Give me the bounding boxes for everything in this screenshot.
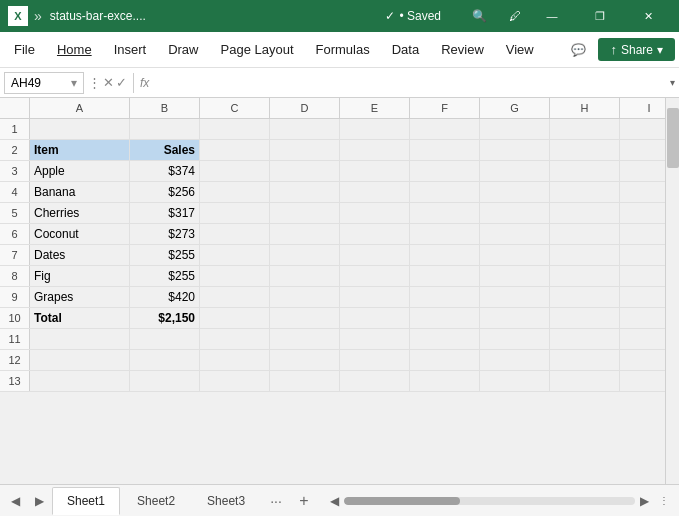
cell-g10[interactable] bbox=[480, 308, 550, 328]
cell-e9[interactable] bbox=[340, 287, 410, 307]
cell-f10[interactable] bbox=[410, 308, 480, 328]
cell-b10[interactable]: $2,150 bbox=[130, 308, 200, 328]
confirm-icon[interactable]: ✓ bbox=[116, 75, 127, 90]
menu-review[interactable]: Review bbox=[431, 38, 494, 61]
cell-h13[interactable] bbox=[550, 371, 620, 391]
cell-b8[interactable]: $255 bbox=[130, 266, 200, 286]
cell-f11[interactable] bbox=[410, 329, 480, 349]
col-header-h[interactable]: H bbox=[550, 98, 620, 118]
col-header-d[interactable]: D bbox=[270, 98, 340, 118]
cell-a2[interactable]: Item bbox=[30, 140, 130, 160]
h-scrollbar-thumb[interactable] bbox=[344, 497, 460, 505]
h-scroll-right[interactable]: ▶ bbox=[635, 490, 653, 512]
cell-c1[interactable] bbox=[200, 119, 270, 139]
menu-home[interactable]: Home bbox=[47, 38, 102, 61]
cell-a6[interactable]: Coconut bbox=[30, 224, 130, 244]
cell-d6[interactable] bbox=[270, 224, 340, 244]
cell-h11[interactable] bbox=[550, 329, 620, 349]
comment-icon[interactable]: 💬 bbox=[562, 36, 594, 64]
cell-f4[interactable] bbox=[410, 182, 480, 202]
cell-g7[interactable] bbox=[480, 245, 550, 265]
cell-e13[interactable] bbox=[340, 371, 410, 391]
cell-d3[interactable] bbox=[270, 161, 340, 181]
cell-g4[interactable] bbox=[480, 182, 550, 202]
cell-g6[interactable] bbox=[480, 224, 550, 244]
cell-c7[interactable] bbox=[200, 245, 270, 265]
cell-f3[interactable] bbox=[410, 161, 480, 181]
cell-e12[interactable] bbox=[340, 350, 410, 370]
cell-a1[interactable] bbox=[30, 119, 130, 139]
cell-d12[interactable] bbox=[270, 350, 340, 370]
formula-input[interactable] bbox=[153, 76, 666, 90]
cell-g5[interactable] bbox=[480, 203, 550, 223]
cell-e10[interactable] bbox=[340, 308, 410, 328]
col-header-e[interactable]: E bbox=[340, 98, 410, 118]
cell-e4[interactable] bbox=[340, 182, 410, 202]
sheet-tab-sheet3[interactable]: Sheet3 bbox=[192, 487, 260, 515]
cell-b11[interactable] bbox=[130, 329, 200, 349]
col-header-a[interactable]: A bbox=[30, 98, 130, 118]
cell-h3[interactable] bbox=[550, 161, 620, 181]
cell-f9[interactable] bbox=[410, 287, 480, 307]
cell-c4[interactable] bbox=[200, 182, 270, 202]
minimize-button[interactable]: — bbox=[529, 0, 575, 32]
horizontal-scrollbar[interactable] bbox=[344, 497, 635, 505]
h-scroll-left[interactable]: ◀ bbox=[326, 490, 344, 512]
menu-pagelayout[interactable]: Page Layout bbox=[211, 38, 304, 61]
cell-g1[interactable] bbox=[480, 119, 550, 139]
cell-h4[interactable] bbox=[550, 182, 620, 202]
cell-g2[interactable] bbox=[480, 140, 550, 160]
cell-e5[interactable] bbox=[340, 203, 410, 223]
cell-d9[interactable] bbox=[270, 287, 340, 307]
menu-data[interactable]: Data bbox=[382, 38, 429, 61]
cell-a8[interactable]: Fig bbox=[30, 266, 130, 286]
cell-g3[interactable] bbox=[480, 161, 550, 181]
cell-e6[interactable] bbox=[340, 224, 410, 244]
cell-d7[interactable] bbox=[270, 245, 340, 265]
share-button[interactable]: ↑ Share ▾ bbox=[598, 38, 675, 61]
cell-f6[interactable] bbox=[410, 224, 480, 244]
restore-button[interactable]: ❐ bbox=[577, 0, 623, 32]
cell-c2[interactable] bbox=[200, 140, 270, 160]
cell-h8[interactable] bbox=[550, 266, 620, 286]
cell-b5[interactable]: $317 bbox=[130, 203, 200, 223]
cell-g12[interactable] bbox=[480, 350, 550, 370]
cell-f5[interactable] bbox=[410, 203, 480, 223]
cell-d4[interactable] bbox=[270, 182, 340, 202]
sheet-options-button[interactable]: ⋮ bbox=[653, 490, 675, 512]
add-sheet-button[interactable]: + bbox=[292, 489, 316, 513]
cell-d8[interactable] bbox=[270, 266, 340, 286]
cell-e1[interactable] bbox=[340, 119, 410, 139]
formula-bar-menu-icon[interactable]: ⋮ bbox=[88, 75, 101, 90]
cell-b4[interactable]: $256 bbox=[130, 182, 200, 202]
tab-scroll-left[interactable]: ◀ bbox=[4, 490, 26, 512]
col-header-g[interactable]: G bbox=[480, 98, 550, 118]
scrollbar-thumb[interactable] bbox=[667, 108, 679, 168]
search-icon[interactable]: 🔍 bbox=[465, 2, 493, 30]
cell-g13[interactable] bbox=[480, 371, 550, 391]
cell-h5[interactable] bbox=[550, 203, 620, 223]
cell-a3[interactable]: Apple bbox=[30, 161, 130, 181]
cell-e3[interactable] bbox=[340, 161, 410, 181]
cell-a11[interactable] bbox=[30, 329, 130, 349]
cell-d1[interactable] bbox=[270, 119, 340, 139]
cell-a12[interactable] bbox=[30, 350, 130, 370]
cell-b1[interactable] bbox=[130, 119, 200, 139]
cell-f2[interactable] bbox=[410, 140, 480, 160]
cell-d10[interactable] bbox=[270, 308, 340, 328]
sheet-tab-sheet1[interactable]: Sheet1 bbox=[52, 487, 120, 515]
cell-c12[interactable] bbox=[200, 350, 270, 370]
col-header-f[interactable]: F bbox=[410, 98, 480, 118]
cell-a10[interactable]: Total bbox=[30, 308, 130, 328]
cell-g11[interactable] bbox=[480, 329, 550, 349]
cell-e2[interactable] bbox=[340, 140, 410, 160]
cell-a13[interactable] bbox=[30, 371, 130, 391]
cell-c5[interactable] bbox=[200, 203, 270, 223]
cell-c13[interactable] bbox=[200, 371, 270, 391]
edit-icon[interactable]: 🖊 bbox=[501, 2, 529, 30]
cell-c3[interactable] bbox=[200, 161, 270, 181]
menu-insert[interactable]: Insert bbox=[104, 38, 157, 61]
tab-scroll-right[interactable]: ▶ bbox=[28, 490, 50, 512]
cell-c6[interactable] bbox=[200, 224, 270, 244]
cell-d11[interactable] bbox=[270, 329, 340, 349]
